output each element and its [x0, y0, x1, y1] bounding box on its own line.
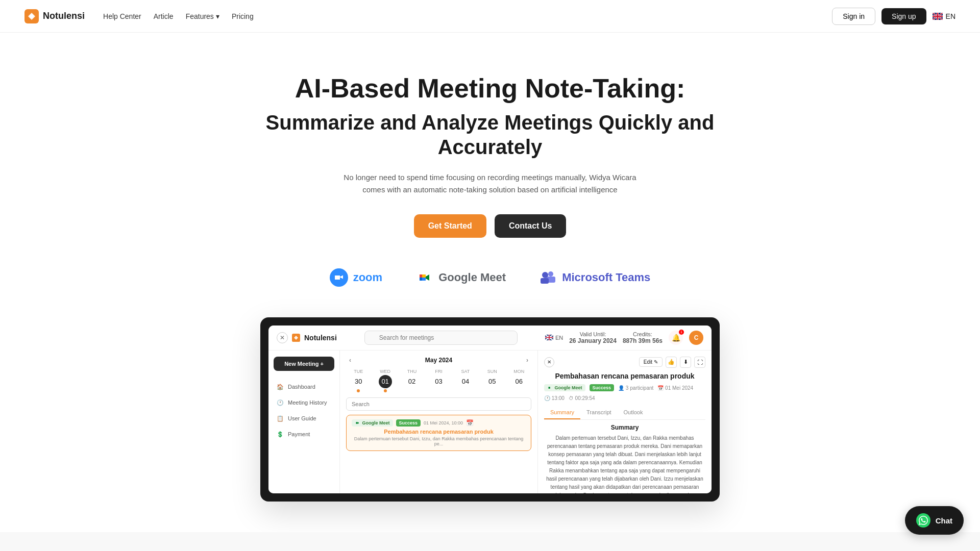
day-dot-1	[384, 389, 387, 392]
edit-button[interactable]: Edit ✎	[639, 357, 663, 367]
logo-icon	[24, 9, 39, 23]
explore-section: Explore Our Amazing Features	[0, 532, 980, 551]
sidebar-item-payment[interactable]: 💲 Payment	[268, 427, 339, 442]
sidebar-item-dashboard[interactable]: 🏠 Dashboard	[268, 379, 339, 395]
guide-icon: 📋	[277, 415, 284, 422]
hero-section: AI-Based Meeting Note-Taking: Summarize …	[0, 33, 980, 532]
zoom-icon	[330, 268, 348, 287]
get-started-button[interactable]: Get Started	[414, 214, 486, 238]
flag-icon	[933, 13, 943, 20]
svg-rect-4	[420, 278, 422, 281]
tab-summary[interactable]: Summary	[544, 406, 580, 419]
app-screenshot: ✕ Notulensi	[260, 317, 720, 502]
detail-content-title: Summary	[544, 424, 705, 431]
lang-display: EN	[545, 335, 563, 341]
new-meeting-button[interactable]: New Meeting +	[274, 357, 334, 371]
tab-transcript[interactable]: Transcript	[580, 406, 618, 419]
app-logo-icon	[292, 334, 300, 342]
sidebar-item-user-guide[interactable]: 📋 User Guide	[268, 411, 339, 427]
cal-next-button[interactable]: ›	[523, 357, 531, 364]
detail-close-button[interactable]: ✕	[544, 357, 554, 367]
teams-icon	[538, 268, 557, 287]
meeting-title: Pembahasan rencana pemasaran produk	[352, 429, 526, 435]
status-badge: Success	[396, 419, 421, 427]
meeting-card[interactable]: Google Meet Success 01 Mei 2024, 10:00 📅…	[346, 415, 531, 452]
detail-platform-badge: Google Meet	[544, 384, 585, 392]
meeting-date: 01 Mei 2024, 10:00	[424, 420, 463, 425]
hero-subtext: No longer need to spend time focusing on…	[342, 171, 638, 196]
nav-features[interactable]: Features ▾	[186, 12, 219, 20]
detail-tabs: Summary Transcript Outlook	[544, 406, 705, 420]
signin-button[interactable]: Sign in	[832, 8, 875, 25]
day-dot-0	[357, 389, 360, 392]
notification-button[interactable]: 🔔 1	[669, 331, 683, 345]
app-search-wrap	[364, 331, 518, 345]
detail-topbar: ✕ Edit ✎ 👍 ⬇ ⛶	[544, 357, 705, 368]
download-button[interactable]: ⬇	[680, 357, 691, 368]
nav-help-center[interactable]: Help Center	[103, 12, 141, 20]
partner-logos: zoom Google Meet Microsoft Teams	[10, 268, 970, 287]
gmeet-icon	[415, 268, 433, 287]
whatsapp-icon	[916, 513, 930, 528]
hero-headline2: Summarize and Analyze Meetings Quickly a…	[260, 110, 720, 159]
cal-day-6: MON 06	[507, 369, 531, 393]
credits: Credits: 887h 39m 56s	[623, 331, 663, 344]
cal-day-0: TUE 30	[346, 369, 371, 393]
chat-label: Chat	[936, 516, 952, 525]
detail-duration: ⏱ 00:29:54	[569, 395, 595, 401]
detail-meta: Google Meet Success 👤 3 participant 📅 01…	[544, 384, 705, 402]
zoom-logo: zoom	[330, 268, 382, 287]
contact-us-button[interactable]: Contact Us	[495, 214, 566, 238]
meeting-card-header: Google Meet Success 01 Mei 2024, 10:00 📅	[352, 419, 526, 427]
nav-links: Help Center Article Features ▾ Pricing	[103, 12, 254, 20]
gmeet-text: Google Meet	[438, 271, 506, 284]
svg-point-1	[30, 14, 34, 18]
cal-day-5: SUN 05	[480, 369, 504, 393]
dashboard-icon: 🏠	[277, 384, 284, 390]
calendar-header: ‹ May 2024 ›	[346, 357, 531, 364]
app-body: New Meeting + 🏠 Dashboard 🕐 Meeting Hist…	[268, 350, 712, 493]
detail-content-body: Dalam pertemuan tersebut Dani, Izzu, dan…	[544, 434, 705, 493]
svg-rect-9	[541, 278, 549, 284]
app-close-button[interactable]: ✕	[277, 332, 288, 343]
signup-button[interactable]: Sign up	[881, 8, 926, 24]
navbar-right: Sign in Sign up EN	[832, 8, 955, 25]
chevron-down-icon: ▾	[216, 12, 219, 20]
language-selector[interactable]: EN	[933, 12, 955, 20]
topbar-flag-icon	[545, 335, 553, 340]
navbar-left: Notulensi Help Center Article Features ▾…	[24, 9, 254, 23]
hero-headline1: AI-Based Meeting Note-Taking:	[260, 73, 720, 104]
fullscreen-button[interactable]: ⛶	[694, 357, 705, 368]
teams-logo: Microsoft Teams	[538, 268, 650, 287]
nav-article[interactable]: Article	[154, 12, 174, 20]
detail-title: Pembahasan rencana pemasaran produk	[544, 372, 705, 380]
cal-day-1: WED 01	[373, 369, 397, 393]
cal-day-4: SAT 04	[453, 369, 478, 393]
teams-text: Microsoft Teams	[562, 271, 650, 284]
detail-participants: 👤 3 participant	[618, 385, 653, 391]
calendar-icon: 📅	[466, 419, 474, 427]
cal-search-input[interactable]	[346, 397, 531, 411]
detail-date: 📅 01 Mei 2024	[657, 385, 693, 391]
edit-icon: ✎	[654, 359, 658, 365]
detail-time: 🕐 13:00	[544, 395, 565, 401]
sidebar-item-meeting-history[interactable]: 🕐 Meeting History	[268, 395, 339, 411]
hero-buttons: Get Started Contact Us	[10, 214, 970, 238]
calendar-days: TUE 30 WED 01 THU 02	[346, 369, 531, 393]
app-logo: Notulensi	[292, 334, 337, 342]
valid-until: Valid Until: 26 January 2024	[569, 331, 617, 344]
history-icon: 🕐	[277, 399, 284, 406]
search-meetings-input[interactable]	[364, 331, 518, 345]
platform-badge: Google Meet	[352, 419, 393, 427]
tab-outlook[interactable]: Outlook	[618, 406, 649, 419]
app-window: ✕ Notulensi	[268, 325, 712, 493]
cal-day-3: FRI 03	[426, 369, 451, 393]
like-button[interactable]: 👍	[666, 357, 677, 368]
app-sidebar: New Meeting + 🏠 Dashboard 🕐 Meeting Hist…	[268, 350, 340, 493]
chat-button[interactable]: Chat	[905, 506, 964, 535]
cal-prev-button[interactable]: ‹	[346, 357, 354, 364]
cal-search-wrap	[346, 397, 531, 411]
nav-pricing[interactable]: Pricing	[232, 12, 254, 20]
user-avatar[interactable]: C	[689, 331, 703, 345]
logo[interactable]: Notulensi	[24, 9, 85, 23]
